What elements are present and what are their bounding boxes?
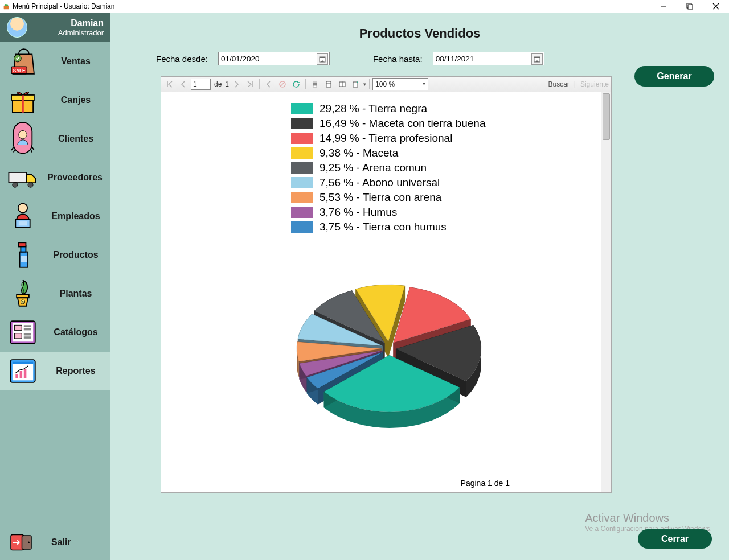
print-icon[interactable]	[309, 78, 321, 90]
legend-item: 9,25 % - Arena comun	[291, 160, 536, 175]
legend-label: 16,49 % - Maceta con tierra buena	[320, 116, 486, 131]
first-page-icon[interactable]	[163, 78, 176, 90]
svg-rect-11	[22, 95, 24, 113]
svg-rect-32	[24, 333, 31, 336]
refresh-icon[interactable]	[290, 78, 302, 90]
date-to-input[interactable]: 08/11/2021	[433, 52, 544, 65]
report-icon	[5, 355, 41, 388]
svg-rect-39	[13, 362, 33, 364]
sidebar-item-ventas[interactable]: SALE Ventas	[0, 42, 110, 81]
prev-page-icon[interactable]	[177, 78, 190, 90]
sidebar-item-reportes[interactable]: Reportes	[0, 352, 110, 390]
datepicker-toggle-icon[interactable]	[531, 53, 543, 65]
legend-swatch	[291, 162, 313, 174]
sidebar-item-label: Clientes	[49, 134, 106, 144]
sidebar-item-salir[interactable]: Salir	[0, 525, 110, 560]
svg-rect-18	[19, 221, 27, 225]
svg-rect-22	[21, 256, 27, 262]
stop-icon[interactable]	[276, 78, 289, 90]
sidebar-item-clientes[interactable]: Clientes	[0, 120, 110, 158]
legend-swatch	[291, 221, 313, 233]
legend-item: 9,38 % - Maceta	[291, 146, 536, 160]
legend-label: 14,99 % - Tierra profesional	[320, 131, 452, 146]
svg-rect-38	[24, 369, 27, 378]
svg-text:SALE: SALE	[13, 68, 26, 73]
date-to-value: 08/11/2021	[436, 55, 474, 63]
pie-chart	[275, 263, 503, 451]
find-link[interactable]: Buscar	[548, 80, 569, 88]
svg-rect-52	[326, 81, 331, 87]
date-from-input[interactable]: 01/01/2020	[218, 52, 330, 65]
window-title: Menú Principal - Usuario: Damian	[13, 2, 114, 10]
svg-rect-44	[320, 57, 325, 58]
date-from-label: Fecha desde:	[156, 54, 208, 64]
legend-swatch	[291, 192, 313, 203]
legend-label: 9,25 % - Arena comun	[320, 160, 427, 175]
filter-bar: Fecha desde: 01/01/2020 Fecha hasta: 08/…	[110, 47, 729, 71]
svg-rect-28	[15, 325, 22, 330]
back-icon[interactable]	[263, 78, 275, 90]
svg-rect-29	[24, 325, 31, 327]
sidebar-item-proveedores[interactable]: Proveedores	[0, 158, 110, 197]
page-of-label: de	[212, 80, 224, 88]
sidebar-item-label: Ventas	[49, 56, 106, 67]
page-setup-icon[interactable]	[336, 78, 349, 90]
generate-button[interactable]: Generar	[634, 66, 714, 87]
svg-rect-36	[15, 374, 18, 378]
sidebar-item-plantas[interactable]: $ Plantas	[0, 274, 110, 313]
page-title: Productos Vendidos	[110, 13, 729, 47]
svg-rect-55	[342, 82, 345, 87]
svg-rect-37	[20, 371, 23, 378]
page-current-input[interactable]: 1	[191, 79, 211, 90]
svg-rect-31	[15, 333, 22, 339]
chart-legend: 29,28 % - Tierra negra16,49 % - Maceta c…	[291, 101, 536, 234]
legend-swatch	[291, 207, 313, 218]
datepicker-toggle-icon[interactable]	[317, 53, 328, 65]
window-close-button[interactable]	[703, 0, 729, 13]
plant-icon: $	[5, 277, 41, 310]
sidebar-item-label: Plantas	[49, 289, 106, 299]
window-minimize-button[interactable]	[650, 0, 677, 13]
sidebar-item-label: Empleados	[49, 211, 106, 221]
next-page-icon[interactable]	[230, 78, 243, 90]
avatar	[7, 17, 27, 38]
svg-point-16	[18, 203, 27, 212]
svg-point-12	[19, 131, 27, 139]
sidebar-item-canjes[interactable]: Canjes	[0, 81, 110, 120]
date-from-value: 01/01/2020	[221, 55, 260, 63]
svg-rect-41	[22, 536, 32, 549]
last-page-icon[interactable]	[244, 78, 256, 90]
legend-label: 3,75 % - Tierra con humus	[320, 220, 447, 234]
window-maximize-button[interactable]	[677, 0, 703, 13]
legend-label: 9,38 % - Maceta	[320, 146, 398, 160]
sidebar-item-productos[interactable]: Productos	[0, 236, 110, 274]
export-icon[interactable]	[350, 78, 362, 90]
legend-item: 5,53 % - Tierra con arena	[291, 190, 536, 205]
sidebar-item-label: Catálogos	[49, 327, 106, 337]
sidebar-item-label: Reportes	[49, 366, 106, 376]
legend-swatch	[291, 118, 313, 129]
sidebar-item-catalogos[interactable]: Catálogos	[0, 313, 110, 352]
gift-icon	[5, 84, 41, 117]
legend-item: 14,99 % - Tierra profesional	[291, 131, 536, 146]
employee-icon	[5, 200, 41, 233]
close-button[interactable]: Cerrar	[638, 529, 712, 549]
legend-label: 5,53 % - Tierra con arena	[320, 190, 441, 205]
find-next-link[interactable]: Siguiente	[580, 80, 609, 88]
vertical-scrollbar[interactable]	[601, 92, 611, 492]
svg-rect-46	[534, 57, 540, 58]
scrollbar-thumb[interactable]	[603, 93, 610, 140]
zoom-select[interactable]: 100 %	[372, 78, 428, 90]
svg-text:$: $	[22, 300, 23, 304]
exit-icon	[5, 531, 41, 554]
content-area: Productos Vendidos Fecha desde: 01/01/20…	[110, 13, 729, 560]
svg-line-48	[280, 82, 285, 87]
report-viewer: 1 de 1 ▾ 100 % Buscar | Sig	[161, 76, 612, 493]
sidebar-item-empleados[interactable]: Empleados	[0, 197, 110, 236]
truck-icon	[5, 161, 39, 194]
print-layout-icon[interactable]	[322, 78, 335, 90]
app-icon	[2, 2, 10, 10]
legend-swatch	[291, 103, 313, 114]
svg-rect-30	[24, 328, 31, 331]
sidebar-item-label: Canjes	[49, 95, 106, 105]
